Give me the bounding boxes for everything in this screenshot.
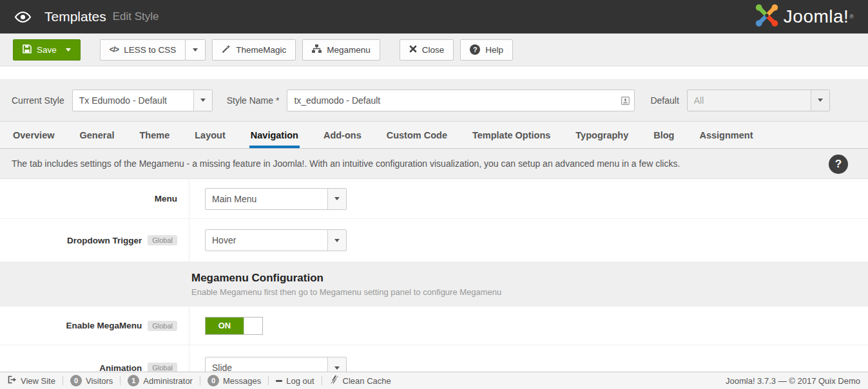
save-button[interactable]: Save xyxy=(13,39,81,61)
thememagic-label: ThemeMagic xyxy=(236,45,286,55)
clean-cache-label: Clean Cache xyxy=(343,376,391,386)
thememagic-button[interactable]: ThemeMagic xyxy=(212,39,296,61)
close-button[interactable]: Close xyxy=(400,39,454,61)
less-to-css-group: </> LESS to CSS xyxy=(100,39,206,61)
close-label: Close xyxy=(422,45,445,55)
log-out-label: Log out xyxy=(286,376,314,386)
view-site-label: View Site xyxy=(21,376,55,386)
spacer xyxy=(0,66,868,79)
exit-icon xyxy=(8,375,17,386)
tab-assignment[interactable]: Assignment xyxy=(699,122,753,148)
default-value: All xyxy=(688,90,811,111)
enable-megamenu-label: Enable MegaMenu xyxy=(66,321,142,330)
caret-down-icon xyxy=(327,230,346,251)
messages-label: Messages xyxy=(223,376,261,386)
current-style-value: Tx Edumodo - Default xyxy=(73,90,193,111)
registered-mark: ® xyxy=(849,14,854,20)
logout-icon xyxy=(276,380,282,382)
view-site-link[interactable]: View Site xyxy=(8,375,55,386)
dropdown-trigger-label: Dropdown Trigger xyxy=(67,236,142,245)
dropdown-trigger-value: Hover xyxy=(206,230,327,251)
tab-add-ons[interactable]: Add-ons xyxy=(323,122,362,148)
style-bar: Current Style Tx Edumodo - Default Style… xyxy=(0,79,868,122)
info-text: The tab includes settings of the Megamen… xyxy=(12,158,680,169)
status-bar: View Site 0 Visitors 1 Administrator 0 M… xyxy=(0,372,868,389)
caret-down-icon xyxy=(327,189,346,209)
tab-general[interactable]: General xyxy=(80,122,115,148)
version-text: Joomla! 3.7.3 — © 2017 Quix Demo xyxy=(726,376,860,386)
caret-down-icon xyxy=(193,48,198,52)
default-select[interactable]: All xyxy=(687,90,830,111)
tab-blog[interactable]: Blog xyxy=(653,122,674,148)
enable-megamenu-toggle[interactable]: ON xyxy=(205,317,263,335)
joomla-logo: Joomla! ® xyxy=(754,3,854,31)
global-badge: Global xyxy=(148,235,177,245)
visitors-label: Visitors xyxy=(86,376,113,386)
info-bar: The tab includes settings of the Megamen… xyxy=(0,149,868,179)
messages-item[interactable]: 0 Messages xyxy=(207,375,261,386)
code-icon: </> xyxy=(110,45,119,54)
menu-select[interactable]: Main Menu xyxy=(205,188,347,210)
default-label: Default xyxy=(650,95,679,106)
joomla-logo-text: Joomla! xyxy=(784,6,849,27)
global-badge: Global xyxy=(148,321,177,331)
close-icon xyxy=(409,45,417,55)
tab-layout[interactable]: Layout xyxy=(195,122,226,148)
tab-overview[interactable]: Overview xyxy=(13,122,55,148)
style-name-label: Style Name * xyxy=(227,95,280,106)
flash-off-icon xyxy=(329,375,339,386)
messages-count-badge: 0 xyxy=(207,375,219,386)
sitemap-icon xyxy=(312,44,322,55)
magic-wand-icon xyxy=(222,44,231,55)
administrator-label: Administrator xyxy=(143,376,193,386)
style-name-field-wrap xyxy=(287,90,635,111)
text-input-icon xyxy=(621,96,630,108)
help-button[interactable]: ? Help xyxy=(460,39,513,61)
tab-template-options[interactable]: Template Options xyxy=(472,122,550,148)
toolbar: Save </> LESS to CSS ThemeMagic xyxy=(0,33,868,66)
caret-down-icon xyxy=(193,90,212,111)
dropdown-trigger-row: Dropdown Trigger Global Hover xyxy=(0,219,868,261)
megamenu-configuration-section: Megamenu Configuration Enable Megamenu f… xyxy=(0,261,868,307)
page-subtitle: Edit Style xyxy=(113,10,159,23)
page-title: Templates xyxy=(44,9,106,24)
menu-value: Main Menu xyxy=(206,189,327,209)
administrator-item[interactable]: 1 Administrator xyxy=(128,375,193,386)
enable-megamenu-row: Enable MegaMenu Global ON xyxy=(0,307,868,345)
tab-bar: Overview General Theme Layout Navigation… xyxy=(0,122,868,149)
megamenu-button[interactable]: Megamenu xyxy=(302,39,380,61)
style-name-input[interactable] xyxy=(287,90,635,111)
less-to-css-button[interactable]: </> LESS to CSS xyxy=(100,39,186,61)
less-to-css-dropdown-button[interactable] xyxy=(185,39,206,61)
toggle-on-label: ON xyxy=(206,318,244,334)
help-label: Help xyxy=(485,45,503,55)
clean-cache-link[interactable]: Clean Cache xyxy=(329,375,391,386)
section-title: Megamenu Configuration xyxy=(191,272,868,285)
menu-label: Menu xyxy=(155,194,177,204)
tab-navigation[interactable]: Navigation xyxy=(251,122,298,148)
menu-row: Menu Main Menu xyxy=(0,179,868,219)
joomla-logo-mark-icon xyxy=(754,3,780,31)
caret-down-icon xyxy=(811,90,829,111)
log-out-link[interactable]: Log out xyxy=(276,376,314,386)
current-style-label: Current Style xyxy=(12,95,64,106)
admin-top-bar: Templates Edit Style Joomla! ® xyxy=(0,0,868,33)
tab-theme[interactable]: Theme xyxy=(140,122,170,148)
toggle-knob xyxy=(244,318,262,334)
admin-count-badge: 1 xyxy=(128,375,139,386)
caret-down-icon xyxy=(66,48,71,52)
help-icon: ? xyxy=(470,44,480,55)
tab-typography[interactable]: Typography xyxy=(575,122,628,148)
section-subtitle: Enable Megamenu first then go to Megamen… xyxy=(191,287,868,297)
template-edit-style-page: Templates Edit Style Joomla! ® xyxy=(0,0,868,389)
current-style-select[interactable]: Tx Edumodo - Default xyxy=(72,90,213,111)
help-bubble-icon[interactable]: ? xyxy=(829,155,848,174)
tab-custom-code[interactable]: Custom Code xyxy=(387,122,447,148)
visitors-count-badge: 0 xyxy=(70,375,82,386)
less-to-css-label: LESS to CSS xyxy=(124,45,176,55)
visitors-item[interactable]: 0 Visitors xyxy=(70,375,113,386)
megamenu-label: Megamenu xyxy=(327,45,371,55)
floppy-icon xyxy=(23,44,32,55)
save-label: Save xyxy=(37,45,57,55)
dropdown-trigger-select[interactable]: Hover xyxy=(205,229,347,251)
